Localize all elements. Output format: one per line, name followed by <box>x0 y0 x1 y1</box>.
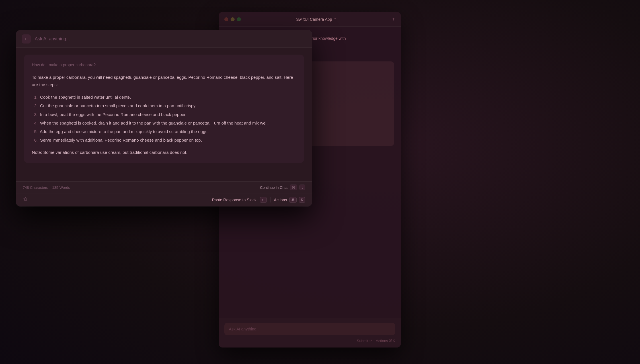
list-item-text: Add the egg and cheese mixture to the pa… <box>40 129 209 134</box>
list-number: 5. <box>34 129 38 134</box>
list-item: 5. Add the egg and cheese mixture to the… <box>32 127 296 136</box>
character-count: 748 Characters <box>23 185 48 190</box>
ai-response-card: How do I make a proper carbonara? To mak… <box>24 55 304 163</box>
back-window-titlebar: SwiftUI Camera App ⌃ + <box>219 12 401 27</box>
back-input-actions: Submit ↵ Actions ⌘K <box>224 339 395 343</box>
front-topbar: ← <box>16 30 312 48</box>
stats-bar: 748 Characters 135 Words Continue in Cha… <box>16 182 312 193</box>
back-button[interactable]: ← <box>22 34 31 44</box>
stats-text: 748 Characters 135 Words <box>23 185 70 190</box>
response-list: 1. Cook the spaghetti in salted water un… <box>32 93 296 145</box>
list-item: 6. Serve immediately with additional Pec… <box>32 136 296 144</box>
actions-bar: Paste Response to Slack ↵ Actions ⌘ K <box>16 193 312 206</box>
traffic-light-red[interactable] <box>224 17 228 21</box>
pin-icon <box>23 197 28 203</box>
list-number: 6. <box>34 138 38 142</box>
list-item: 1. Cook the spaghetti in salted water un… <box>32 93 296 102</box>
actions-right: Paste Response to Slack ↵ Actions ⌘ K <box>212 197 305 203</box>
continue-chat-label: Continue in Chat <box>260 185 288 190</box>
list-item: 4. When the spaghetti is cooked, drain i… <box>32 119 296 127</box>
paste-response-button[interactable]: Paste Response to Slack <box>212 198 257 202</box>
traffic-light-yellow[interactable] <box>231 17 235 21</box>
list-item-text: When the spaghetti is cooked, drain it a… <box>40 121 269 125</box>
list-number: 1. <box>34 95 38 100</box>
back-input-field[interactable]: Ask AI anything... <box>224 323 395 335</box>
list-item-text: In a bowl, beat the eggs with the Pecori… <box>40 112 187 117</box>
kbd-j: J <box>300 185 305 190</box>
list-item: 2. Cut the guanciale or pancetta into sm… <box>32 102 296 110</box>
back-input-placeholder: Ask AI anything... <box>229 327 260 331</box>
response-intro: To make a proper carbonara, you will nee… <box>32 74 296 89</box>
list-item-text: Serve immediately with additional Pecori… <box>40 138 202 142</box>
front-content: How do I make a proper carbonara? To mak… <box>16 48 312 181</box>
list-number: 4. <box>34 121 38 125</box>
paste-kbd: ↵ <box>260 197 267 203</box>
word-count: 135 Words <box>52 185 70 190</box>
list-item-text: Cook the spaghetti in salted water until… <box>40 95 131 100</box>
back-window-input-area: Ask AI anything... Submit ↵ Actions ⌘K <box>219 318 401 348</box>
submit-label[interactable]: Submit ↵ <box>357 339 372 343</box>
response-note: Note: Some variations of carbonara use c… <box>32 149 296 156</box>
actions-kbd-cmd: ⌘ <box>289 197 297 203</box>
back-window-title: SwiftUI Camera App ⌃ <box>296 17 337 22</box>
actions-kbd-k: K <box>299 197 305 203</box>
kbd-cmd: ⌘ <box>290 185 297 190</box>
traffic-lights <box>224 17 241 21</box>
add-tab-button[interactable]: + <box>392 16 395 22</box>
actions-label: Actions <box>274 198 287 202</box>
continue-chat-button[interactable]: Continue in Chat ⌘ J <box>260 185 305 190</box>
search-input[interactable] <box>35 36 306 42</box>
list-number: 2. <box>34 103 38 108</box>
back-window-title-text: SwiftUI Camera App <box>296 17 332 22</box>
traffic-light-green[interactable] <box>237 17 241 21</box>
actions-button[interactable]: Actions ⌘ K <box>274 197 305 203</box>
separator <box>270 197 270 202</box>
chevron-icon: ⌃ <box>334 17 337 21</box>
front-window: ← How do I make a proper carbonara? To m… <box>16 30 312 206</box>
list-item-text: Cut the guanciale or pancetta into small… <box>40 103 196 108</box>
list-number: 3. <box>34 112 38 117</box>
list-item: 3. In a bowl, beat the eggs with the Pec… <box>32 110 296 119</box>
question-label: How do I make a proper carbonara? <box>32 61 296 69</box>
front-bottombar: 748 Characters 135 Words Continue in Cha… <box>16 181 312 206</box>
actions-label[interactable]: Actions ⌘K <box>376 339 395 343</box>
